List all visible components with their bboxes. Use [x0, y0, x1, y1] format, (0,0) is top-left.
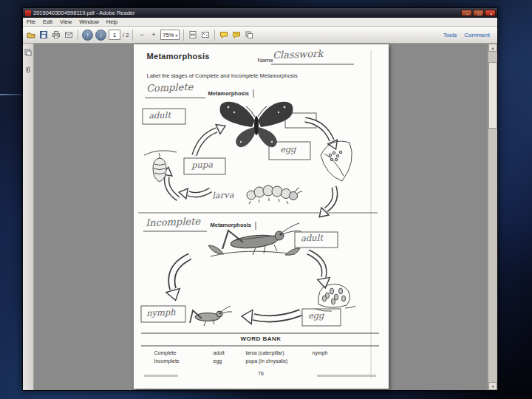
handwritten-adult-2: adult — [300, 232, 322, 243]
adobe-reader-icon — [25, 10, 31, 16]
word-bank-column-2: adult egg — [214, 349, 225, 365]
title-bar[interactable]: 20150403004598119.pdf - Adobe Reader – □… — [23, 8, 497, 18]
handwritten-name: Classwork — [272, 48, 323, 61]
word-bank-title: WORD BANK — [134, 335, 389, 342]
maximize-button[interactable]: □ — [473, 10, 484, 16]
menu-file[interactable]: File — [23, 18, 39, 25]
fullscreen-icon[interactable] — [200, 30, 211, 40]
close-button[interactable]: × — [485, 10, 496, 16]
cycle1-arrow-top-left — [194, 125, 225, 155]
open-icon[interactable] — [26, 30, 36, 40]
share-icon[interactable] — [244, 30, 254, 40]
word-bank-item: pupa (in chrysalis) — [246, 357, 288, 365]
cycle2-arrow-right-down — [308, 252, 330, 288]
adobe-reader-window: 20150403004598119.pdf - Adobe Reader – □… — [22, 7, 498, 391]
handwritten-adult-1: adult — [148, 109, 170, 120]
scrollbar-track[interactable] — [488, 52, 497, 382]
handwritten-pupa: pupa — [191, 159, 212, 170]
page-total-label: / 2 — [123, 32, 129, 38]
tools-button[interactable]: Tools — [443, 32, 457, 38]
page-number-input[interactable] — [109, 30, 120, 40]
highlight-icon[interactable] — [231, 30, 242, 40]
sticky-note-icon[interactable] — [219, 30, 229, 40]
window-title: 20150403004598119.pdf - Adobe Reader — [33, 10, 459, 16]
desktop-light-streak — [0, 94, 22, 95]
word-bank-item: egg — [214, 357, 225, 365]
menu-view[interactable]: View — [56, 18, 75, 25]
toolbar-right-panel: Tools Comment — [443, 32, 494, 38]
handwritten-nymph: nymph — [146, 307, 175, 318]
footer-fineprint-right — [317, 375, 376, 377]
toolbar-separator — [214, 30, 215, 41]
attachments-icon[interactable] — [24, 63, 32, 76]
butterfly-drawing — [219, 102, 293, 147]
handwritten-egg-1: egg — [279, 144, 296, 155]
fit-width-icon[interactable] — [188, 30, 198, 40]
word-bank-column-3: larva (caterpillar) pupa (in chrysalis) — [246, 349, 288, 365]
scroll-up-icon[interactable]: ▲ — [488, 44, 497, 52]
egg-cluster-drawing — [316, 284, 355, 312]
complete-metamorphosis-label: Metamorphosis — [208, 90, 249, 97]
print-icon[interactable] — [51, 30, 61, 40]
vertical-scrollbar[interactable]: ▲ ▼ — [488, 44, 497, 390]
next-view-icon[interactable]: ↓ — [95, 30, 106, 41]
cycle2-arrow-left-down — [166, 256, 189, 301]
incomplete-metamorphosis-label: Metamorphosis — [211, 222, 251, 228]
word-bank-column-1: Complete Incomplete — [154, 349, 180, 365]
word-bank-item: adult — [214, 349, 225, 357]
name-label: Name — [258, 57, 273, 64]
caterpillar-drawing — [247, 185, 302, 204]
chrysalis-drawing — [144, 151, 177, 182]
navigation-pane-rail — [23, 44, 34, 390]
previous-view-icon[interactable]: ↑ — [82, 30, 93, 41]
dropdown-caret-icon: ▾ — [175, 33, 177, 38]
handwritten-larva: larva — [211, 189, 233, 200]
toolbar-separator — [183, 30, 184, 41]
scrollbar-thumb[interactable] — [488, 62, 497, 129]
toolbar: ↑ ↓ / 2 − + 75% ▾ — [23, 27, 497, 44]
minimize-button[interactable]: – — [461, 10, 472, 16]
cycle1-arrow-bottom-left — [179, 188, 211, 199]
toolbar-separator — [132, 30, 133, 41]
word-bank-item: Complete — [154, 349, 180, 357]
window-content: Metamorphosis Name Label the stages of C… — [23, 44, 497, 390]
zoom-out-icon[interactable]: − — [137, 30, 146, 40]
document-area[interactable]: Metamorphosis Name Label the stages of C… — [34, 44, 488, 390]
word-bank-column-4: nymph — [313, 349, 328, 357]
zoom-level-value: 75% — [163, 32, 174, 38]
menu-edit[interactable]: Edit — [39, 18, 56, 25]
page-thumbnails-icon[interactable] — [24, 46, 32, 59]
save-icon[interactable] — [38, 30, 49, 40]
zoom-level-select[interactable]: 75% ▾ — [160, 30, 180, 40]
window-controls: – □ × — [461, 10, 496, 16]
word-bank-item: nymph — [313, 349, 328, 357]
handwritten-egg-2: egg — [307, 310, 324, 321]
toolbar-separator — [78, 30, 78, 41]
handwritten-incomplete: Incomplete — [145, 216, 200, 229]
scroll-down-icon[interactable]: ▼ — [488, 382, 497, 390]
grasshopper-nymph-drawing — [190, 306, 232, 326]
menu-bar: File Edit View Window Help — [23, 18, 497, 27]
menu-window[interactable]: Window — [75, 18, 103, 25]
desktop: 20150403004598119.pdf - Adobe Reader – □… — [0, 0, 532, 399]
email-icon[interactable] — [64, 30, 74, 40]
instruction-text: Label the stages of Complete and Incompl… — [147, 72, 298, 79]
pdf-page[interactable]: Metamorphosis Name Label the stages of C… — [134, 44, 389, 389]
worksheet-title: Metamorphosis — [147, 52, 210, 61]
word-bank-item: larva (caterpillar) — [246, 349, 288, 357]
comment-button[interactable]: Comment — [464, 32, 490, 38]
handwritten-complete: Complete — [146, 81, 193, 94]
zoom-in-icon[interactable]: + — [149, 30, 158, 40]
word-bank-item: Incomplete — [154, 357, 180, 365]
menu-help[interactable]: Help — [103, 18, 121, 25]
cycle2-arrow-bottom-left — [242, 310, 301, 324]
